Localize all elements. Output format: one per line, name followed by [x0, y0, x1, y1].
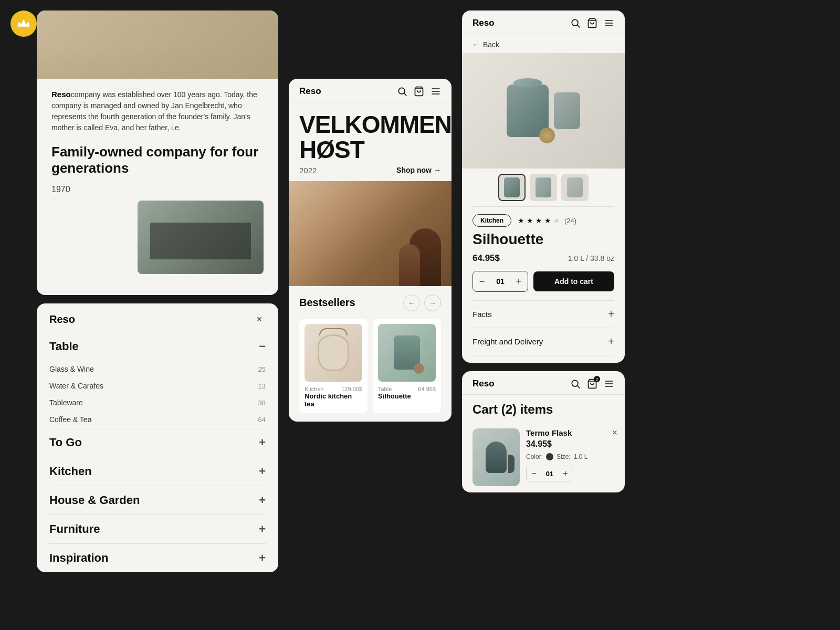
- side-flask-shape: [554, 92, 580, 129]
- svg-point-12: [572, 380, 578, 386]
- thumbnail-2[interactable]: [530, 174, 557, 201]
- nav-section-to-go: To Go +: [37, 428, 278, 457]
- cart-item-name: Termo Flask: [526, 428, 614, 437]
- thumbnail-3[interactable]: [561, 174, 589, 201]
- product-volume: 1.0 L / 33.8 oz: [568, 254, 614, 262]
- nav-close-button[interactable]: ×: [253, 313, 266, 326]
- search-icon-cart[interactable]: [570, 379, 581, 389]
- cart-qty-increase-button[interactable]: +: [558, 466, 573, 481]
- cart-item-info: Termo Flask 34.95$ Color: Size: 1.0 L − …: [526, 428, 614, 486]
- star-5-empty: ★: [553, 216, 560, 225]
- nav-section-title-table[interactable]: Table −: [49, 332, 266, 361]
- nav-section-house: House & Garden +: [37, 486, 278, 514]
- freight-expandable[interactable]: Freight and Delivery +: [472, 328, 614, 355]
- color-dot: [546, 453, 553, 460]
- cart-icon-detail[interactable]: [587, 18, 597, 28]
- detail-header: Reso: [462, 10, 625, 34]
- about-year: 1970: [51, 185, 264, 194]
- minus-icon: −: [259, 340, 266, 353]
- category-tag[interactable]: Kitchen: [472, 214, 511, 227]
- nav-section-furniture: Furniture +: [37, 515, 278, 543]
- add-row: − 01 + Add to cart: [472, 271, 614, 292]
- logo-badge: [10, 10, 37, 37]
- nav-section-title-kitchen[interactable]: Kitchen +: [49, 457, 266, 486]
- prev-arrow-button[interactable]: ←: [403, 295, 420, 311]
- stars-row: ★ ★ ★ ★ ★ (24): [518, 216, 576, 225]
- left-panel: Resocompany was established over 100 yea…: [37, 10, 278, 572]
- nav-sub-coffee-tea[interactable]: Coffee & Tea 64: [49, 411, 266, 428]
- thumbnail-1[interactable]: [498, 174, 526, 201]
- product-image-flask: [378, 324, 436, 382]
- quantity-control: − 01 +: [472, 271, 528, 292]
- thumb-inner-1: [504, 177, 520, 197]
- cart-qty-decrease-button[interactable]: −: [527, 466, 541, 481]
- bestsellers-nav: ← →: [403, 295, 441, 311]
- search-icon-detail[interactable]: [570, 18, 581, 28]
- facts-expand-icon: +: [608, 308, 614, 320]
- product-detail-card: Reso ← Back: [462, 10, 625, 363]
- cart-badge-wrapper: 2: [587, 379, 597, 389]
- add-to-cart-button[interactable]: Add to cart: [533, 271, 614, 291]
- cart-flask-visual: [486, 442, 507, 473]
- product-price: 64.95$: [472, 253, 500, 264]
- bestsellers-section: Bestsellers ← → Kitchen 129.00$: [289, 286, 452, 422]
- product-card-2[interactable]: Table 64.95$ Silhouette: [373, 319, 441, 413]
- nav-card-header: Reso ×: [37, 303, 278, 332]
- bucket-shape: [318, 334, 349, 371]
- about-brand-name: Reso: [51, 90, 71, 99]
- star-3: ★: [536, 216, 542, 225]
- nav-section-title-inspiration[interactable]: Inspiration +: [49, 544, 266, 572]
- svg-point-6: [572, 19, 578, 26]
- hero-title: VELKOMMEN HØST: [299, 112, 441, 163]
- detail-header-icons: [570, 18, 614, 28]
- qty-value: 01: [491, 271, 510, 291]
- shop-header-icons: [397, 86, 441, 97]
- back-button[interactable]: ← Back: [462, 34, 625, 53]
- detail-brand: Reso: [472, 18, 495, 28]
- middle-panel: Reso VELKOMMEN HØST 2022 Shop now → Best…: [289, 79, 452, 422]
- review-count: (24): [564, 217, 576, 225]
- main-flask-shape: [507, 85, 549, 137]
- cart-item-remove-button[interactable]: ×: [612, 427, 617, 438]
- plus-icon-kitchen: +: [259, 465, 266, 478]
- hero-image: [289, 181, 452, 286]
- hero-banner: VELKOMMEN HØST 2022 Shop now →: [289, 102, 452, 181]
- svg-line-7: [578, 25, 580, 28]
- next-arrow-button[interactable]: →: [424, 295, 441, 311]
- search-icon[interactable]: [397, 86, 407, 97]
- price-volume-row: 64.95$ 1.0 L / 33.8 oz: [472, 253, 614, 264]
- bestsellers-title: Bestsellers: [299, 297, 355, 309]
- plus-icon-house: +: [259, 494, 266, 507]
- qty-decrease-button[interactable]: −: [473, 271, 491, 291]
- product-name-1: Nordic kitchen tea: [304, 392, 362, 408]
- nav-sub-tableware[interactable]: Tableware 38: [49, 394, 266, 411]
- qty-increase-button[interactable]: +: [510, 271, 528, 291]
- product-card-1[interactable]: Kitchen 129.00$ Nordic kitchen tea: [299, 319, 368, 413]
- nav-sub-water-carafes[interactable]: Water & Carafes 13: [49, 377, 266, 394]
- shop-brand: Reso: [299, 86, 321, 97]
- plus-icon-furniture: +: [259, 522, 266, 536]
- detail-info: Kitchen ★ ★ ★ ★ ★ (24) Silhouette 64.95$…: [462, 207, 625, 363]
- nav-sub-glass-wine[interactable]: Glass & Wine 25: [49, 361, 266, 377]
- facts-expandable[interactable]: Facts +: [472, 300, 614, 328]
- cart-item-meta: Color: Size: 1.0 L: [526, 453, 614, 460]
- shop-now-link[interactable]: Shop now →: [396, 166, 441, 174]
- about-card: Resocompany was established over 100 yea…: [37, 10, 278, 295]
- cart-qty-control: − 01 +: [526, 466, 573, 481]
- nav-section-title-house[interactable]: House & Garden +: [49, 486, 266, 514]
- plus-icon-inspiration: +: [259, 551, 266, 565]
- cart-icon[interactable]: [414, 86, 424, 97]
- menu-icon-cart[interactable]: [604, 379, 614, 389]
- nav-section-title-to-go[interactable]: To Go +: [49, 428, 266, 457]
- menu-icon[interactable]: [430, 86, 441, 97]
- product-hero-image: [462, 53, 625, 169]
- svg-line-1: [404, 93, 407, 96]
- menu-icon-detail[interactable]: [604, 18, 614, 28]
- nav-section-inspiration: Inspiration +: [37, 544, 278, 572]
- nav-brand: Reso: [49, 313, 75, 326]
- about-heading: Family-owned company for four generation…: [51, 144, 264, 176]
- about-hero-image: [37, 10, 278, 79]
- right-panel: Reso ← Back: [462, 10, 625, 492]
- cart-count-badge: 2: [594, 376, 600, 382]
- nav-section-title-furniture[interactable]: Furniture +: [49, 515, 266, 543]
